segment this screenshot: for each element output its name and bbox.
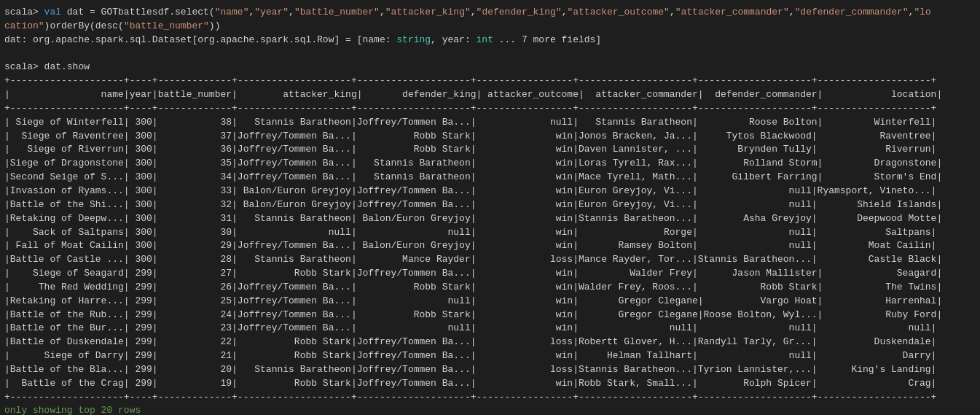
scala-prompt-1: scala> xyxy=(4,7,44,18)
terminal-output: scala> val dat = GOTbattlesdf.select("na… xyxy=(0,0,980,415)
